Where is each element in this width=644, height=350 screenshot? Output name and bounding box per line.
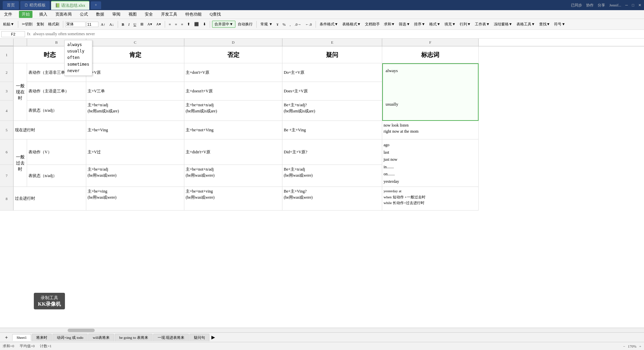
- cell-8-E[interactable]: Be+主+Ving? (be用was或were): [282, 187, 382, 211]
- menu-dev[interactable]: 开发工具: [160, 11, 179, 18]
- cell-2-4-F[interactable]: always usually often sometimes never: [382, 63, 479, 121]
- table-format-btn[interactable]: 表格格式▼: [341, 21, 363, 28]
- sheet-scroll-right[interactable]: ▶: [211, 334, 215, 340]
- cell-4-E[interactable]: Be+主+n/adj? (be用am或is或are): [282, 101, 382, 121]
- cell-4-D[interactable]: 主+be+not+n/adj (be用am或is或are): [184, 101, 282, 121]
- cell-5-C[interactable]: 主+be+Ving: [86, 121, 184, 139]
- sum-btn[interactable]: 求和▼: [382, 21, 397, 28]
- align-mid-btn[interactable]: ⬛: [192, 21, 201, 27]
- cell-7-D[interactable]: 主+be+not+n/adj (be用was或were): [184, 165, 282, 187]
- fill-color-btn[interactable]: A▾: [146, 21, 154, 27]
- cell-8-AB[interactable]: 过去进行时: [14, 187, 86, 211]
- cell-7-B[interactable]: 表状态（n/adj）: [27, 165, 86, 187]
- worksheet-btn[interactable]: 工作表▼: [473, 21, 491, 28]
- cell-2-C[interactable]: 主+V原: [86, 63, 184, 82]
- tab-add[interactable]: +: [91, 1, 101, 9]
- row-col-btn[interactable]: 行列▼: [458, 21, 473, 28]
- tab-home[interactable]: 首页: [3, 1, 19, 9]
- italic-btn[interactable]: I: [127, 21, 131, 27]
- format-brush-btn[interactable]: 格式刷: [46, 21, 61, 28]
- scroll-bar-horizontal[interactable]: [0, 328, 644, 332]
- cell-7-C[interactable]: 主+be+n/adj (be用was或were): [86, 165, 184, 187]
- format2-btn[interactable]: 格式▼: [428, 21, 442, 28]
- percent-btn[interactable]: %: [281, 21, 287, 27]
- bold-btn[interactable]: B: [120, 21, 126, 27]
- formula-help-icon[interactable]: fx: [26, 31, 31, 37]
- cell-5-D[interactable]: 主+be+not+Ving: [184, 121, 282, 139]
- close-btn[interactable]: ✕: [638, 3, 641, 7]
- cell-6-D[interactable]: 主+didn't+V原: [184, 139, 282, 165]
- cell-6-7-A[interactable]: 一般过去时: [14, 139, 27, 187]
- symbol-btn[interactable]: 符号▼: [552, 21, 567, 28]
- sheet-tab-6[interactable]: 一现 现进表将来: [153, 334, 189, 341]
- cell-6-E[interactable]: Did+主+V原?: [282, 139, 382, 165]
- font-grow-btn[interactable]: A↑: [99, 21, 107, 27]
- font-color-btn[interactable]: A▾: [155, 21, 163, 27]
- menu-formula[interactable]: 公式: [78, 11, 89, 18]
- col-header-F[interactable]: F: [382, 39, 479, 46]
- copy-btn[interactable]: 复制: [35, 21, 46, 28]
- menu-data[interactable]: 数据: [95, 11, 106, 18]
- tab-file[interactable]: 📗 语法总结.xlsx: [51, 1, 89, 10]
- align-right-btn[interactable]: ≡: [179, 21, 185, 27]
- menu-layout[interactable]: 页面布局: [54, 11, 73, 18]
- share-btn[interactable]: 分享: [598, 3, 605, 8]
- sheet-tab-5[interactable]: be going to 表将来: [115, 334, 152, 341]
- col-header-D[interactable]: D: [184, 39, 282, 46]
- thousands-btn[interactable]: ,: [288, 21, 293, 27]
- align-center-btn[interactable]: ≡: [173, 21, 179, 27]
- cell-5-F[interactable]: now look listen right now at the mom: [382, 121, 479, 139]
- filter-btn[interactable]: 筛选▼: [397, 21, 412, 28]
- font-size-input[interactable]: [86, 22, 98, 27]
- number-format-select[interactable]: 常规 ▼: [259, 21, 274, 28]
- sheet-tab-3[interactable]: 动词+ing 或 todo: [52, 334, 88, 341]
- menu-view[interactable]: 视图: [127, 11, 138, 18]
- align-bottom-btn[interactable]: ⬇: [201, 21, 208, 27]
- cell-8-F[interactable]: yesterday at when 短动作 +一般过去时 while 长动作+过…: [382, 187, 479, 211]
- cell-ref-input[interactable]: [1, 31, 25, 37]
- find-btn[interactable]: 查找▼: [537, 21, 552, 28]
- col-header-E[interactable]: E: [282, 39, 382, 46]
- zoom-out-btn[interactable]: −: [623, 344, 625, 348]
- cell-3-C[interactable]: 主+V三单: [86, 82, 184, 101]
- font-name-input[interactable]: [65, 22, 86, 27]
- cell-6-7-F[interactable]: ago last just now in....... on....... ye…: [382, 139, 479, 187]
- cell-2-D[interactable]: 主+don't+V原: [184, 63, 282, 82]
- paste-btn[interactable]: 粘贴▼: [1, 21, 16, 28]
- merge-center-btn[interactable]: 合并居中▼: [212, 21, 235, 28]
- cell-1-C[interactable]: 肯定: [86, 46, 184, 63]
- align-top-btn[interactable]: ⬆: [185, 21, 192, 27]
- cell-3-D[interactable]: 主+doesn't+V原: [184, 82, 282, 101]
- col-header-A[interactable]: [14, 39, 27, 46]
- menu-file[interactable]: 文件: [3, 11, 14, 18]
- menu-special[interactable]: 特色功能: [184, 11, 203, 18]
- menu-search[interactable]: Q查找: [208, 11, 222, 18]
- font-shrink-btn[interactable]: A↓: [108, 21, 115, 27]
- decimal-inc-btn[interactable]: .0→: [293, 21, 303, 27]
- sheet-tab-2[interactable]: 将来时: [32, 334, 52, 341]
- scroll-thumb-h[interactable]: [68, 329, 95, 332]
- underline-btn[interactable]: U: [132, 21, 138, 27]
- menu-home[interactable]: 开始: [19, 11, 32, 18]
- cell-8-C[interactable]: 主+be+ving (be用was或were): [86, 187, 184, 211]
- cell-1-D[interactable]: 否定: [184, 46, 282, 63]
- cell-2-E[interactable]: Do+主+V原: [282, 63, 382, 82]
- col-header-C[interactable]: C: [86, 39, 184, 46]
- menu-security[interactable]: 安全: [143, 11, 154, 18]
- sort-btn[interactable]: 排序▼: [412, 21, 427, 28]
- wrap-text-btn[interactable]: 自动换行: [236, 21, 254, 28]
- collab-btn[interactable]: 协作: [586, 3, 594, 8]
- cell-7-E[interactable]: Be+主+n/adj (be用was或were): [282, 165, 382, 187]
- fill-btn[interactable]: 填充▼: [443, 21, 457, 28]
- cell-2-4-A[interactable]: 一般现在时: [14, 63, 27, 121]
- cell-1-E[interactable]: 疑问: [282, 46, 382, 63]
- cell-6-C[interactable]: 主+V过: [86, 139, 184, 165]
- cell-3-E[interactable]: Does+主+V原: [282, 82, 382, 101]
- cell-3-B[interactable]: 表动作（主语是三单）: [27, 82, 86, 101]
- menu-insert[interactable]: 插入: [38, 11, 49, 18]
- sheet-tab-4[interactable]: will表将来: [88, 334, 114, 341]
- cell-6-B[interactable]: ✛ 表动作（V）: [27, 139, 86, 165]
- menu-review[interactable]: 审阅: [111, 11, 122, 18]
- sheet-tab-1[interactable]: Sheet1: [12, 334, 31, 341]
- cell-8-D[interactable]: 主+be+not+ving (be用was或were): [184, 187, 282, 211]
